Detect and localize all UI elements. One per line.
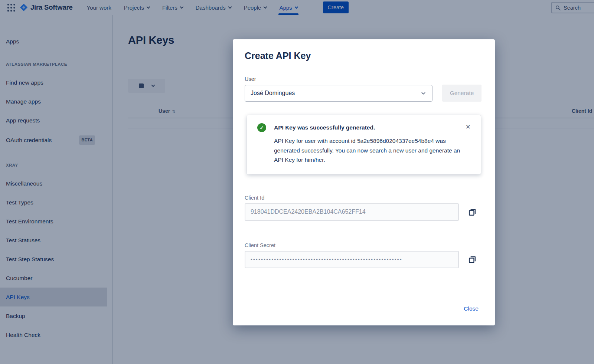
user-section: User José Domingues Generate bbox=[245, 76, 483, 102]
copy-client-id-button[interactable] bbox=[467, 206, 477, 217]
client-id-input[interactable] bbox=[245, 203, 459, 221]
close-button[interactable]: Close bbox=[464, 305, 479, 312]
create-api-key-modal: Create API Key User José Domingues Gener… bbox=[233, 39, 495, 325]
chevron-down-icon bbox=[420, 90, 427, 96]
success-flag: ✓ API Key was successfully generated. × … bbox=[247, 115, 481, 174]
client-id-label: Client Id bbox=[245, 195, 483, 201]
client-secret-label: Client Secret bbox=[245, 242, 483, 248]
copy-icon bbox=[467, 207, 477, 217]
flag-title: API Key was successfully generated. bbox=[274, 124, 461, 131]
user-select-value: José Domingues bbox=[251, 90, 295, 96]
user-select[interactable]: José Domingues bbox=[245, 85, 433, 102]
flag-close-icon[interactable]: × bbox=[466, 123, 470, 131]
success-check-icon: ✓ bbox=[257, 123, 266, 132]
client-id-section: Client Id bbox=[245, 195, 483, 221]
copy-icon bbox=[467, 255, 477, 265]
client-secret-input[interactable] bbox=[245, 251, 459, 268]
copy-client-secret-button[interactable] bbox=[467, 254, 477, 265]
modal-title: Create API Key bbox=[245, 50, 483, 61]
generate-button[interactable]: Generate bbox=[442, 85, 482, 102]
flag-body: API Key for user with account id 5a2e589… bbox=[274, 136, 461, 165]
client-secret-section: Client Secret bbox=[245, 242, 483, 268]
user-label: User bbox=[245, 76, 483, 82]
